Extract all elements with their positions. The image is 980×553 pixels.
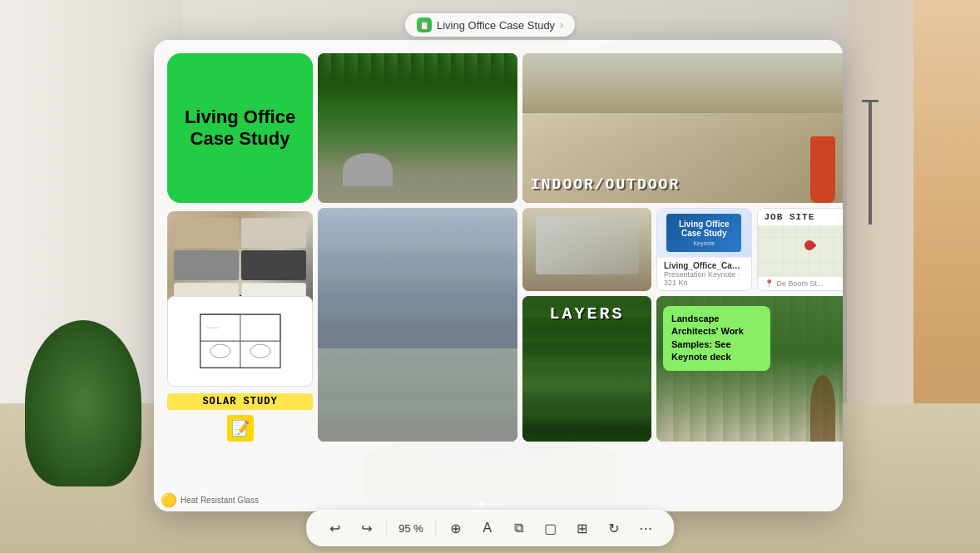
landscape-note-text: Landscape Architects' Work Samples: See … [671,314,744,362]
text-button[interactable]: A [473,515,502,541]
map-footer: 📍 De Boom St... [758,276,844,290]
photo-indoor-outdoor[interactable]: INDOOR/OUTDOOR [522,53,843,203]
zoom-level[interactable]: 95 % [392,522,430,535]
dot-3 [496,501,501,506]
page-dots [479,501,501,506]
landscape-card[interactable]: Landscape Architects' Work Samples: See … [656,296,843,442]
file-meta: Presentation Keynote · 321 Ko [664,270,745,287]
canvas-content: Living OfficeCase Study INDOOR/OUTDOOR [167,53,829,511]
person-silhouette [810,375,835,442]
keynote-subtitle: Keynote [693,240,715,246]
redo-button[interactable]: ↪ [351,515,381,541]
svg-point-7 [250,345,270,358]
swatch-3 [174,250,239,280]
file-info: Living_Office_Case_Stud... Presentation … [657,257,751,290]
job-site-label: JOB SITE [758,209,844,225]
map-card[interactable]: JOB SITE 📍 De Boom St... [757,208,844,291]
indoor-outdoor-label: INDOOR/OUTDOOR [531,176,680,193]
more-button[interactable]: ⋯ [631,515,661,541]
heat-resistant-area: 🟡 Heat Resistant Glass [154,489,299,511]
keynote-preview: Living OfficeCase Study Keynote [666,214,741,252]
sketch-image[interactable] [167,296,313,387]
keynote-logo: Living OfficeCase Study [679,220,730,238]
office-chairs [343,153,393,186]
map-image [758,225,844,276]
landscape-note: Landscape Architects' Work Samples: See … [663,306,770,371]
copy-button[interactable]: ⧉ [504,515,534,541]
top-bar: 📋 Living Office Case Study › [405,13,575,37]
photo-interior[interactable] [522,208,651,291]
svg-point-6 [210,345,230,358]
heat-icon: 🟡 [161,492,177,508]
dot-2 [488,501,492,506]
note-container: 📝 [167,415,313,442]
plant-left [25,320,141,486]
rotate-button[interactable]: ↻ [599,515,629,541]
heat-resistant-label: Heat Resistant Glass [181,496,259,505]
swatch-4 [241,250,306,280]
breadcrumb-chevron: › [560,19,563,31]
sketch-card[interactable]: SOLAR STUDY 📝 [167,296,313,442]
breadcrumb-title: Living Office Case Study [437,19,555,32]
coat-rack [869,100,872,225]
file-cards-area: Living OfficeCase Study Keynote Living_O… [656,208,843,291]
coat-rack-top [862,100,879,102]
frame-button[interactable]: ▢ [536,515,566,541]
add-button[interactable]: ⊕ [441,515,471,541]
undo-button[interactable]: ↩ [319,515,349,541]
photo-layers[interactable]: LAYERS [522,296,651,442]
main-canvas[interactable]: Living OfficeCase Study INDOOR/OUTDOOR [154,40,843,511]
file-thumb: Living OfficeCase Study Keynote [657,209,751,257]
layers-label: LAYERS [549,304,624,323]
breadcrumb-pill[interactable]: 📋 Living Office Case Study › [405,13,575,37]
file-name: Living_Office_Case_Stud... [664,261,745,270]
title-card[interactable]: Living OfficeCase Study [167,53,313,203]
app-icon: 📋 [417,17,432,32]
title-card-text: Living OfficeCase Study [185,106,295,151]
dot-1 [479,501,484,506]
sketch-svg [176,301,305,381]
photo-glass-building[interactable] [318,208,517,442]
media-button[interactable]: ⊞ [567,515,597,541]
map-location-icon: 📍 [765,279,774,288]
swatch-1 [174,218,239,248]
map-pin [802,239,816,253]
toolbar: ↩ ↪ 95 % ⊕ A ⧉ ▢ ⊞ ↻ ⋯ [306,510,674,546]
solar-study-label: SOLAR STUDY [167,393,313,410]
toolbar-divider-1 [386,520,387,536]
photo-green-office[interactable] [318,53,517,203]
toolbar-divider-2 [435,520,436,536]
keynote-file-card[interactable]: Living OfficeCase Study Keynote Living_O… [656,208,752,291]
map-location-text: De Boom St... [777,279,824,288]
note-icon: 📝 [227,415,254,442]
swatch-2 [241,218,306,248]
plant-pot [810,136,835,203]
